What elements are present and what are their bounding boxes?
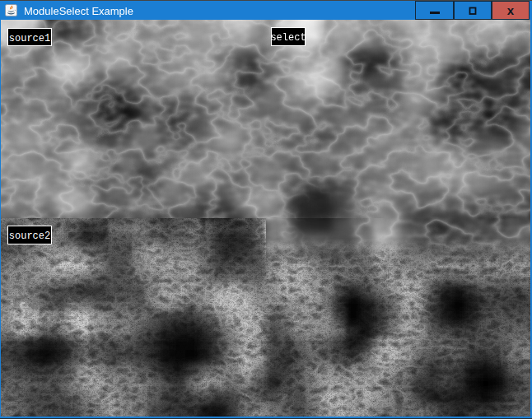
svg-text:source2: source2 <box>9 230 50 242</box>
svg-text:select: select <box>271 32 306 44</box>
svg-text:source1: source1 <box>9 33 50 44</box>
